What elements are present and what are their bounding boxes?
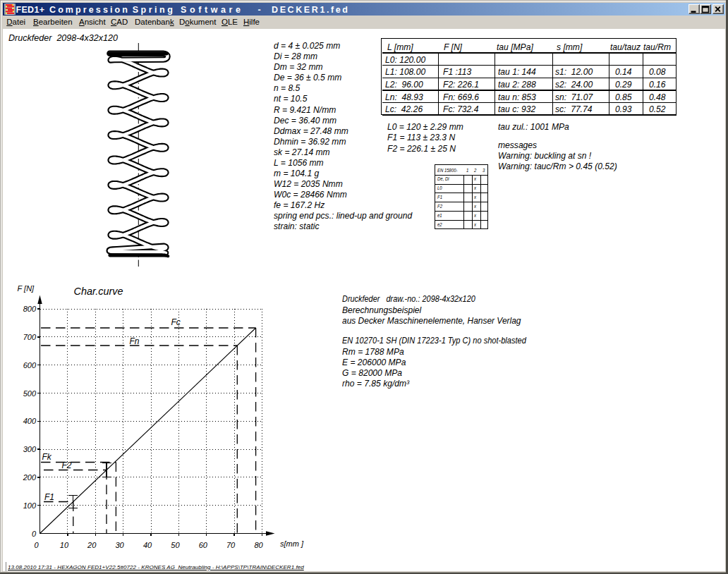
svg-text:Char.curve: Char.curve xyxy=(74,285,123,297)
svg-text:Fc: Fc xyxy=(171,317,181,327)
svg-text:100: 100 xyxy=(23,501,37,510)
svg-text:70: 70 xyxy=(226,541,236,549)
svg-text:30: 30 xyxy=(115,541,124,549)
svg-text:Fn: Fn xyxy=(130,336,140,346)
svg-text:500: 500 xyxy=(23,389,37,398)
svg-text:80: 80 xyxy=(254,541,263,549)
svg-text:F1: F1 xyxy=(44,492,54,502)
svg-text:700: 700 xyxy=(23,333,37,341)
svg-text:10: 10 xyxy=(60,541,69,549)
svg-text:300: 300 xyxy=(23,445,37,453)
svg-text:F2: F2 xyxy=(62,460,72,470)
svg-text:0: 0 xyxy=(32,530,37,538)
svg-text:F [N]: F [N] xyxy=(18,284,35,293)
svg-text:s[mm ]: s[mm ] xyxy=(280,539,304,548)
svg-text:200: 200 xyxy=(23,473,37,482)
svg-text:20: 20 xyxy=(87,541,97,549)
svg-text:600: 600 xyxy=(23,361,37,370)
svg-text:0: 0 xyxy=(34,541,39,549)
svg-text:800: 800 xyxy=(23,305,37,313)
svg-text:400: 400 xyxy=(23,417,37,425)
svg-text:40: 40 xyxy=(143,541,152,549)
svg-text:60: 60 xyxy=(199,541,208,549)
svg-text:50: 50 xyxy=(171,541,180,549)
svg-text:Fk: Fk xyxy=(42,452,52,462)
